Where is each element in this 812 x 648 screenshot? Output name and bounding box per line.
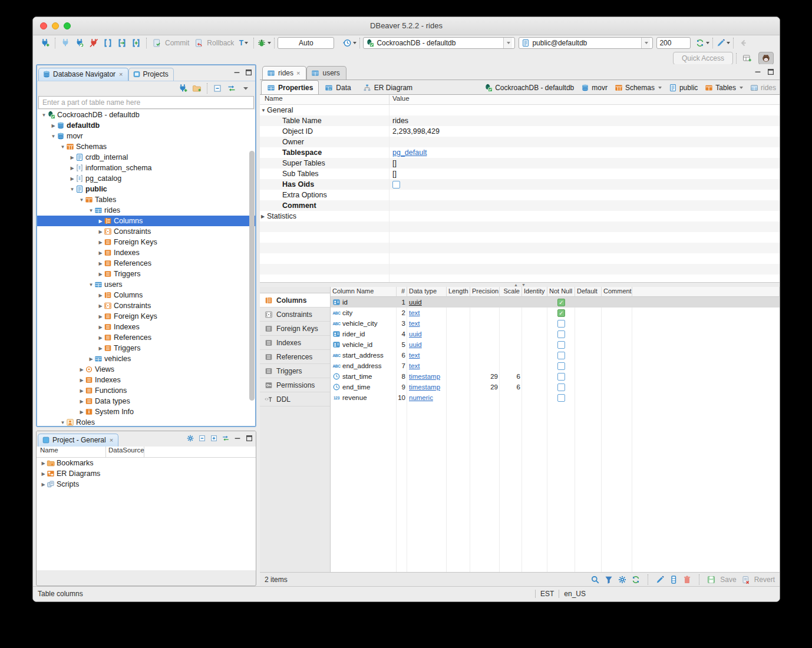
revert-button[interactable]: Revert — [754, 576, 775, 584]
editor-tab-rides[interactable]: rides× — [262, 66, 306, 80]
grid-column-header-length[interactable]: Length — [447, 287, 470, 296]
maximize-view-icon[interactable] — [245, 68, 253, 77]
expander-open-icon[interactable]: ▼ — [78, 197, 85, 203]
table-filter-input[interactable]: Enter a part of table name here — [38, 96, 254, 109]
grid-row-end_address[interactable]: ABCend_address7text — [331, 361, 780, 371]
tree-item-pg-catalog[interactable]: ▶pg_catalog — [37, 173, 255, 184]
grid-column-header--[interactable]: # — [397, 287, 407, 296]
expander-open-icon[interactable]: ▼ — [88, 282, 94, 287]
not-null-checkbox[interactable] — [557, 352, 565, 359]
grid-column-header-identity[interactable]: Identity — [522, 287, 547, 296]
refresh-button[interactable] — [695, 37, 709, 49]
properties-value-header[interactable]: Value — [390, 95, 410, 104]
project-item-scripts[interactable]: ▶Scripts — [37, 479, 256, 490]
expander-closed-icon[interactable]: ▶ — [78, 388, 85, 394]
grid-row-vehicle_city[interactable]: ABCvehicle_city3text — [331, 318, 780, 329]
expander-closed-icon[interactable]: ▶ — [97, 335, 104, 340]
expander-closed-icon[interactable]: ▶ — [97, 219, 104, 224]
expander-closed-icon[interactable]: ▶ — [97, 229, 104, 234]
debug-button[interactable] — [257, 37, 271, 49]
filter-icon[interactable] — [604, 575, 613, 584]
tab-database-navigator[interactable]: Database Navigator × — [38, 68, 128, 81]
connection-combo-arrow[interactable] — [503, 38, 512, 48]
rollback-button[interactable] — [192, 37, 206, 49]
transaction-mode-button[interactable]: T — [236, 37, 250, 49]
property-row-sub-tables[interactable]: Sub Tables[] — [260, 168, 780, 179]
grid-column-header-precision[interactable]: Precision — [470, 287, 500, 296]
link-with-editor-icon[interactable] — [222, 434, 230, 442]
tree-item-indexes[interactable]: ▶Indexes — [37, 322, 255, 332]
tab-projects[interactable]: Projects — [128, 68, 174, 81]
project-item-bookmarks[interactable]: ▶Bookmarks — [37, 458, 256, 468]
breadcrumb-item-schemas[interactable]: Schemas — [615, 84, 662, 92]
expander-closed-icon[interactable]: ▶ — [50, 123, 57, 128]
property-row-owner[interactable]: Owner — [260, 137, 780, 147]
property-row-object-id[interactable]: Object ID2,293,998,429 — [260, 126, 780, 137]
object-tab-indexes[interactable]: Indexes — [260, 336, 330, 350]
back-button[interactable] — [737, 37, 751, 49]
grid-row-start_time[interactable]: start_time8timestamp296 — [331, 371, 780, 382]
connect-button[interactable] — [58, 37, 72, 49]
breadcrumb-item-tables[interactable]: Tables — [705, 84, 743, 92]
expander-closed-icon[interactable]: ▶ — [78, 378, 85, 383]
property-row-general[interactable]: ▼General — [260, 105, 780, 115]
editor-tab-users[interactable]: users — [306, 66, 346, 80]
expander-open-icon[interactable]: ▼ — [88, 208, 94, 213]
expander-closed-icon[interactable]: ▶ — [97, 303, 104, 309]
property-value-link[interactable]: pg_default — [392, 148, 427, 157]
column-header-datasource[interactable]: DataSource — [106, 447, 144, 457]
expander-open-icon[interactable]: ▼ — [41, 113, 47, 118]
schema-combo[interactable]: public@defaultdb — [519, 37, 653, 49]
maximize-view-icon[interactable] — [245, 434, 253, 442]
expander-closed-icon[interactable]: ▶ — [69, 176, 75, 181]
not-null-checkbox[interactable] — [557, 394, 565, 402]
data-type-link[interactable]: text — [409, 320, 420, 327]
pin-editor-button[interactable] — [716, 37, 730, 49]
tree-item-references[interactable]: ▶References — [37, 258, 255, 269]
breadcrumb-item-rides[interactable]: rides — [750, 84, 776, 92]
expander-closed-icon[interactable]: ▶ — [40, 482, 47, 487]
close-icon[interactable]: × — [296, 70, 300, 77]
not-null-checkbox[interactable] — [557, 383, 565, 391]
tree-item-triggers[interactable]: ▶Triggers — [37, 269, 255, 279]
reconnect-button[interactable] — [72, 37, 87, 49]
grid-column-header-not-null[interactable]: Not Null — [547, 287, 575, 296]
tree-item-tables[interactable]: ▼Tables — [37, 194, 255, 205]
property-row-tablespace[interactable]: Tablespacepg_default — [260, 147, 780, 158]
object-tab-ddl[interactable]: DDL — [260, 392, 330, 406]
tree-item-foreign-keys[interactable]: ▶Foreign Keys — [37, 237, 255, 247]
expander-open-icon[interactable]: ▼ — [69, 187, 75, 192]
expander-closed-icon[interactable]: ▶ — [97, 293, 104, 298]
quick-access-box[interactable]: Quick Access — [673, 52, 733, 65]
new-sql-editor-button[interactable] — [129, 37, 143, 49]
tree-item-columns[interactable]: ▶Columns — [37, 290, 255, 300]
maximize-editor-icon[interactable] — [767, 68, 775, 76]
expander-open-icon[interactable]: ▼ — [261, 108, 267, 113]
expander-closed-icon[interactable]: ▶ — [261, 214, 267, 219]
object-tab-references[interactable]: References — [260, 350, 330, 364]
not-null-checkbox[interactable] — [557, 341, 565, 349]
property-row-extra-options[interactable]: Extra Options — [260, 190, 780, 200]
open-sql-script-button[interactable] — [115, 37, 129, 49]
minimize-view-icon[interactable] — [233, 434, 242, 442]
collapse-all-icon[interactable] — [198, 434, 206, 442]
not-null-checkbox[interactable] — [557, 373, 565, 381]
subtab-er-diagram[interactable]: ER Diagram — [357, 80, 418, 95]
column-header-name[interactable]: Name — [37, 447, 106, 457]
tree-item-users[interactable]: ▼users — [37, 279, 255, 290]
not-null-checkbox[interactable] — [557, 330, 565, 338]
locale-indicator[interactable]: en_US — [564, 590, 586, 598]
grid-row-vehicle_id[interactable]: vehicle_id5uuid — [331, 339, 780, 350]
delete-trash-icon[interactable] — [682, 575, 692, 584]
tree-item-indexes[interactable]: ▶Indexes — [37, 375, 255, 385]
tree-item-columns[interactable]: ▶Columns — [37, 216, 255, 226]
object-tab-triggers[interactable]: Triggers — [260, 364, 330, 378]
connection-combo[interactable]: CockroachDB - defaultdb — [363, 37, 515, 49]
disconnect-button[interactable] — [87, 37, 101, 49]
object-tab-columns[interactable]: Columns — [260, 293, 330, 308]
expander-closed-icon[interactable]: ▶ — [97, 325, 104, 330]
expander-closed-icon[interactable]: ▶ — [40, 471, 47, 477]
grid-column-header-column-name[interactable]: Column Name — [331, 287, 397, 296]
grid-row-revenue[interactable]: 123revenue10numeric — [331, 392, 780, 403]
data-type-link[interactable]: text — [409, 352, 420, 359]
